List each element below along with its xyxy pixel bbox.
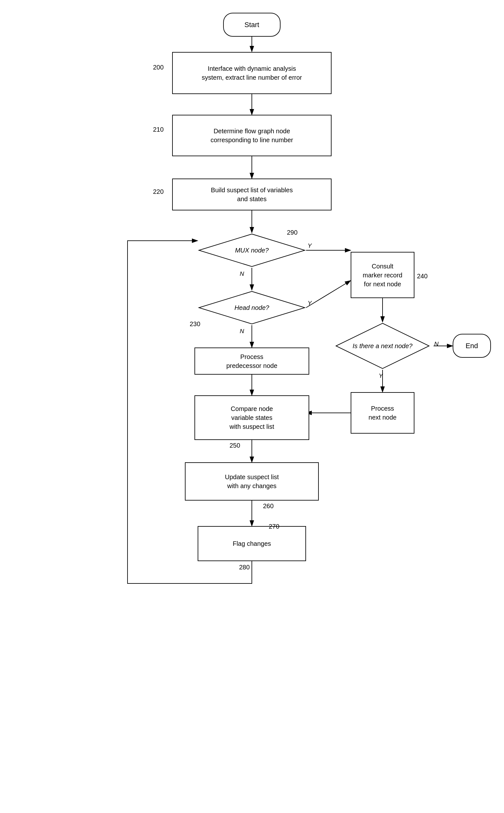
ref-260: 260: [263, 502, 274, 510]
diamond-head-label: Head node?: [235, 304, 269, 311]
flowchart-container: Start Interface with dynamic analysis sy…: [0, 0, 504, 813]
next-n-label: N: [434, 341, 439, 348]
ref-220: 220: [153, 188, 164, 195]
head-y-label: Y: [308, 300, 312, 307]
node-200: Interface with dynamic analysis system, …: [172, 52, 332, 94]
diamond-mux: MUX node?: [198, 233, 306, 268]
node-pred-label: Process predecessor node: [226, 352, 277, 370]
node-pred: Process predecessor node: [194, 348, 309, 375]
node-consult-label: Consult marker record for next node: [363, 262, 402, 289]
ref-270: 270: [269, 523, 279, 530]
node-flag: Flag changes: [198, 526, 306, 561]
node-next-node: Process next node: [351, 392, 414, 434]
head-n-label: N: [240, 328, 244, 335]
end-node: End: [453, 334, 491, 358]
diamond-next-label: Is there a next node?: [353, 342, 413, 350]
end-label: End: [465, 342, 478, 350]
ref-280: 280: [239, 564, 250, 571]
node-220: Build suspect list of variables and stat…: [172, 179, 332, 210]
node-compare-label: Compare node variable states with suspec…: [230, 404, 274, 431]
node-compare: Compare node variable states with suspec…: [194, 395, 309, 440]
node-210-label: Determine flow graph node corresponding …: [210, 127, 293, 144]
node-flag-label: Flag changes: [233, 539, 271, 548]
node-consult: Consult marker record for next node: [351, 252, 414, 298]
ref-250: 250: [230, 442, 240, 449]
node-210: Determine flow graph node corresponding …: [172, 115, 332, 156]
node-update-label: Update suspect list with any changes: [225, 472, 279, 490]
node-220-label: Build suspect list of variables and stat…: [211, 186, 293, 203]
start-node: Start: [223, 13, 281, 37]
node-next-node-label: Process next node: [369, 404, 397, 422]
diamond-mux-label: MUX node?: [235, 247, 269, 254]
start-label: Start: [245, 21, 259, 29]
svg-line-7: [306, 281, 351, 308]
mux-y-label: Y: [308, 242, 312, 249]
ref-210: 210: [153, 126, 164, 133]
ref-240: 240: [417, 273, 427, 280]
ref-290: 290: [287, 229, 297, 236]
next-y-label: Y: [379, 372, 383, 379]
diamond-next: Is there a next node?: [335, 322, 430, 370]
ref-230: 230: [190, 320, 200, 328]
mux-n-label: N: [240, 270, 244, 277]
node-update: Update suspect list with any changes: [185, 462, 319, 501]
ref-200: 200: [153, 64, 164, 71]
diamond-head: Head node?: [198, 290, 306, 325]
node-200-label: Interface with dynamic analysis system, …: [202, 64, 302, 82]
